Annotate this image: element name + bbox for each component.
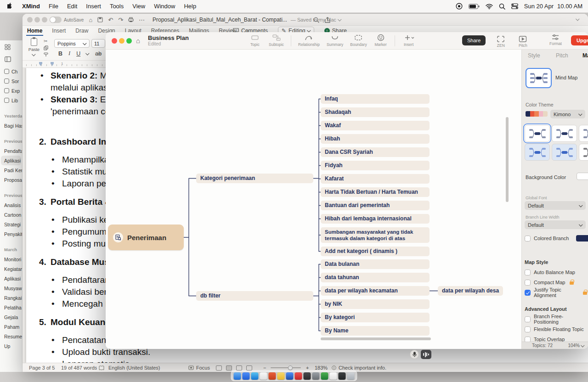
list-item[interactable]: Bagi Has: [0, 121, 22, 130]
zoom-button[interactable]: [126, 38, 132, 44]
subtopic[interactable]: Wakaf: [321, 121, 430, 130]
search-icon[interactable]: [313, 17, 319, 23]
subtopic[interactable]: Harta Tidak Bertuan / Harta Temuan: [321, 187, 430, 197]
subtopic[interactable]: Sumbangan masyarakat yang tidak termasuk…: [321, 227, 430, 243]
subtopic[interactable]: By kategori: [321, 313, 430, 322]
central-topic[interactable]: Penerimaan: [108, 225, 184, 250]
list-item[interactable]: Up: [0, 341, 22, 351]
minimize-button[interactable]: [119, 38, 124, 44]
theme-thumbnail[interactable]: [525, 144, 550, 161]
list-item[interactable]: Cartoon: [0, 210, 22, 219]
screen-recording-icon[interactable]: [456, 3, 463, 10]
dock-app-icon[interactable]: [277, 372, 285, 380]
subtopic[interactable]: Infaq: [321, 94, 430, 104]
ribbon-tab[interactable]: Draw: [74, 26, 89, 36]
menu-item[interactable]: File: [49, 3, 58, 10]
list-item[interactable]: Kegiatan: [0, 264, 22, 274]
menu-item[interactable]: View: [132, 3, 145, 10]
list-item[interactable]: Exp: [0, 86, 22, 96]
menu-bar-clock[interactable]: Sun 20 Apr 10.00 AM: [524, 3, 582, 10]
subtopic[interactable]: Data bulanan: [321, 259, 430, 269]
subtopic[interactable]: data per wilayah kecamatan: [321, 286, 430, 296]
web-layout-icon[interactable]: [236, 365, 242, 371]
underline-button[interactable]: U: [76, 51, 80, 57]
format-button[interactable]: Format: [549, 34, 562, 46]
dock-app-icon[interactable]: [339, 372, 346, 380]
dock-app-icon[interactable]: [347, 372, 355, 380]
spotlight-search-icon[interactable]: [499, 3, 505, 10]
list-item[interactable]: Resume: [0, 331, 22, 341]
dock-app-icon[interactable]: [312, 372, 320, 380]
list-item[interactable]: Sor: [0, 76, 22, 86]
subtopic[interactable]: data tahunan: [321, 273, 430, 282]
subtopic-button[interactable]: Subtopic: [269, 34, 284, 47]
home-icon[interactable]: ⌂: [136, 37, 140, 44]
dictation-waveform-button[interactable]: [421, 350, 431, 359]
autosave-toggle[interactable]: AutoSave: [50, 17, 84, 23]
branch-line-width-select[interactable]: Default: [525, 220, 586, 229]
subtopic[interactable]: Kafarat: [321, 174, 430, 184]
autosave-switch[interactable]: [50, 17, 62, 23]
option-checkbox[interactable]: [525, 290, 531, 296]
subtopic[interactable]: Fidyah: [321, 161, 430, 170]
dock-app-icon[interactable]: [321, 372, 328, 380]
theme-thumbnail[interactable]: [525, 125, 550, 142]
global-font-select[interactable]: Default: [525, 201, 586, 210]
list-item[interactable]: March: [0, 245, 22, 254]
list-item[interactable]: Previous: [0, 136, 22, 146]
theme-select[interactable]: Kimono: [550, 110, 585, 118]
dock-app-icon[interactable]: [286, 372, 294, 380]
tab-map[interactable]: Map: [582, 52, 588, 59]
list-item[interactable]: Ch: [0, 67, 22, 76]
insert-button[interactable]: Insert: [402, 34, 416, 47]
tab-style[interactable]: Style: [528, 52, 540, 59]
list-item[interactable]: Paham: [0, 322, 22, 331]
mindmap-canvas[interactable]: Penerimaan Kategori penerimaan db filter…: [106, 50, 521, 349]
list-item[interactable]: Rangkai: [0, 293, 22, 303]
ribbon-tab[interactable]: Insert: [51, 26, 67, 36]
theme-thumbnail[interactable]: [552, 125, 577, 142]
minimize-button[interactable]: [34, 17, 40, 22]
menu-item[interactable]: Help: [184, 3, 196, 10]
print-layout-icon[interactable]: [226, 365, 232, 371]
active-app-name[interactable]: XMind: [22, 3, 40, 10]
menu-item[interactable]: Window: [154, 3, 175, 10]
ribbon-collapse-icon[interactable]: [576, 17, 579, 21]
colored-branch-checkbox[interactable]: [525, 236, 531, 242]
page-indicator[interactable]: Page 3 of 5: [29, 363, 55, 372]
marker-button[interactable]: Marker: [374, 34, 388, 47]
paste-button[interactable]: Paste: [27, 38, 41, 57]
list-item[interactable]: Yesterday: [0, 111, 22, 121]
dock-app-icon[interactable]: [260, 372, 267, 380]
copy-icon[interactable]: [44, 45, 48, 51]
dock-app-icon[interactable]: [269, 372, 276, 380]
list-item[interactable]: Proposal: [0, 175, 22, 185]
read-mode-icon[interactable]: [216, 365, 222, 371]
pitch-button[interactable]: Pitch: [516, 35, 530, 48]
indent-marker[interactable]: [51, 62, 54, 66]
branch-color-swatch[interactable]: [576, 235, 588, 242]
theme-color-swatch[interactable]: [526, 111, 548, 117]
dock-app-icon[interactable]: [330, 372, 337, 380]
list-item[interactable]: Padi Ken: [0, 165, 22, 175]
subtopic[interactable]: Hibah: [321, 134, 430, 144]
format-painter-icon[interactable]: [44, 52, 48, 57]
battery-icon[interactable]: [469, 4, 480, 9]
font-family-select[interactable]: Poppins: [54, 39, 90, 48]
theme-thumbnail[interactable]: [579, 144, 588, 161]
horizontal-scrollbar[interactable]: [321, 337, 431, 340]
subtopic[interactable]: by NIK: [321, 299, 430, 309]
home-icon[interactable]: ⌂: [89, 17, 92, 23]
tab-pitch[interactable]: Pitch: [556, 52, 568, 59]
boundary-button[interactable]: Boundary: [350, 34, 367, 47]
zen-mode-button[interactable]: ZEN: [494, 35, 508, 48]
theme-thumbnail[interactable]: [552, 144, 577, 161]
indent-marker[interactable]: [39, 62, 42, 66]
subtopic[interactable]: Add net kategori ( dinamis ): [321, 247, 430, 256]
subtopic[interactable]: Shadaqah: [321, 107, 430, 117]
list-item[interactable]: Pendafta: [0, 146, 22, 156]
topic-button[interactable]: Topic: [248, 34, 262, 47]
microphone-button[interactable]: [410, 350, 419, 359]
list-item[interactable]: Analisis: [0, 200, 22, 210]
main-topic[interactable]: Kategori penerimaan: [196, 174, 313, 183]
